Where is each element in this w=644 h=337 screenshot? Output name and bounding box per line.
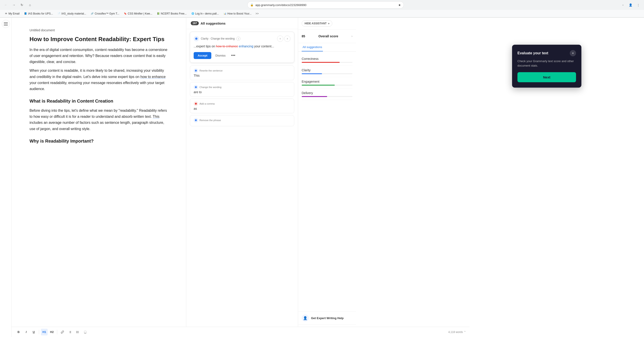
tab-all-label: All suggestions [302, 45, 322, 49]
reload-button[interactable]: ↻ [19, 2, 25, 8]
unordered-list-button[interactable] [74, 329, 81, 336]
svg-point-12 [76, 331, 77, 331]
metric-delivery-bar-fill [302, 96, 327, 97]
sli-type-3: Remove the phrase [194, 118, 290, 122]
bookmark-crossflex[interactable]: 🔗 Crossflex™ Gym T... [89, 12, 121, 16]
ordered-list-button[interactable] [67, 329, 73, 336]
expert-help-icon: 👤 [302, 315, 309, 322]
score-chevron-icon: › [352, 35, 352, 38]
sli-type-1: Change the wording [194, 85, 290, 89]
evaluate-next-button[interactable]: Next [518, 72, 576, 82]
right-panel-header: HIDE ASSISTANT » [298, 18, 356, 29]
hide-assistant-label: HIDE ASSISTANT [304, 22, 327, 25]
suggestion-text-after: your content... [253, 44, 274, 48]
tabs-row: All suggestions [298, 43, 356, 52]
svg-point-17 [195, 70, 197, 71]
document-title: Untitled document [30, 28, 55, 32]
back-button[interactable]: ← [3, 2, 9, 8]
metric-delivery-bar-bg [302, 96, 352, 97]
suggestions-list: Rewrite the sentence This Change the wor… [186, 65, 298, 337]
suggestions-panel: 167 All suggestions Clarity · Change the… [186, 18, 298, 337]
browser-menu-icon[interactable]: ⋮ [635, 2, 641, 8]
active-suggestion-card: Clarity · Change the wording i ‹ › ...ex… [190, 32, 294, 63]
expert-help-section[interactable]: 👤 Get Expert Writing Help [298, 312, 356, 324]
score-section: 85 Overall score › [298, 29, 356, 43]
sli-type-label-1: Change the wording [200, 86, 222, 88]
bookmark-ias-label: IAS Books for UPS... [28, 12, 53, 15]
suggestion-next-button[interactable]: › [284, 35, 290, 42]
suggestion-info-icon[interactable]: i [236, 37, 240, 41]
svg-rect-0 [4, 22, 8, 23]
bookmark-study-label: IAS_study material... [62, 12, 86, 15]
bookmark-ias[interactable]: 📘 IAS Books for UPS... [22, 12, 54, 16]
svg-point-16 [195, 37, 198, 40]
list-item[interactable]: Remove the phrase [190, 115, 294, 126]
browser-right-icons: ▫ 👤 ⋮ [620, 2, 641, 8]
bookmark-crossflex-label: Crossflex™ Gym T... [94, 12, 119, 15]
sli-icon-0 [194, 68, 198, 73]
sli-type-label-3: Remove the phrase [200, 119, 221, 122]
hide-assistant-button[interactable]: HIDE ASSISTANT » [302, 20, 332, 26]
profile-icon[interactable]: 👤 [628, 2, 634, 8]
bookmark-boost[interactable]: 📊 How to Boost Your... [222, 12, 253, 16]
score-row[interactable]: 85 Overall score › [302, 33, 352, 39]
svg-point-19 [195, 103, 197, 105]
metrics-list: Correctness Clarity Engagement Delivery [298, 52, 356, 312]
star-icon[interactable]: ★ [398, 3, 401, 7]
dismiss-button[interactable]: Dismiss [213, 52, 228, 59]
tab-all-suggestions[interactable]: All suggestions [302, 43, 323, 51]
sli-icon-3 [194, 118, 198, 122]
toolbar-divider-2 [57, 330, 57, 334]
suggestion-actions: Accept Dismiss ••• [194, 52, 290, 59]
sidebar [0, 18, 12, 337]
para2-after: your content readability, ensuring your … [30, 81, 164, 91]
browser-chrome: ← → ↻ ⌂ 🔒 app.grammarly.com/ddocs/223266… [0, 0, 644, 18]
forward-button[interactable]: → [11, 2, 17, 8]
bookmarks-more[interactable]: >> [254, 12, 260, 16]
more-options-button[interactable]: ••• [230, 52, 237, 59]
address-bar[interactable]: 🔒 app.grammarly.com/ddocs/2232668990 ★ [247, 1, 404, 8]
bold-button[interactable]: B [15, 329, 22, 336]
metric-clarity-label: Clarity [302, 68, 352, 72]
score-label: Overall score [318, 34, 338, 38]
evaluate-popup-title: Evaluate your text [518, 51, 548, 55]
bookmark-email-label: My Email [8, 12, 20, 15]
editor-content[interactable]: How to Improve Content Readability: Expe… [30, 35, 168, 145]
link-button[interactable] [59, 329, 66, 336]
bookmark-study[interactable]: 📄 IAS_study material... [56, 12, 88, 16]
sidebar-toggle-button[interactable] [2, 20, 10, 28]
suggestion-prev-button[interactable]: ‹ [277, 35, 283, 42]
suggestion-type-label: Clarity · Change the wording [201, 37, 234, 40]
sli-text-0: This [194, 74, 290, 77]
evaluate-popup-desc: Check your Grammarly text score and othe… [518, 59, 576, 68]
h1-button[interactable]: H1 [41, 329, 48, 336]
expert-help-label: Get Expert Writing Help [311, 317, 344, 320]
security-icon: 🔒 [250, 3, 254, 6]
svg-point-14 [76, 333, 77, 333]
suggestion-type-row: Clarity · Change the wording i [194, 36, 240, 41]
bookmark-study-favicon: 📄 [58, 12, 60, 15]
clear-format-button[interactable] [82, 329, 88, 336]
underline-button[interactable]: U [30, 329, 37, 336]
evaluate-close-button[interactable]: × [570, 50, 576, 56]
italic-button[interactable]: I [23, 329, 30, 336]
suggestions-header: 167 All suggestions [186, 18, 298, 29]
bookmark-login[interactable]: 🌐 Log In ‹ demo.pall... [190, 12, 221, 16]
bookmark-ncert[interactable]: 📗 NCERT Books Free... [155, 12, 188, 16]
suggestion-text: ...expert tips on how to enhance enhanci… [194, 44, 290, 49]
h2-button[interactable]: H2 [48, 329, 55, 336]
editor-area[interactable]: Untitled document How to Improve Content… [12, 18, 186, 337]
right-panel: HIDE ASSISTANT » 85 Overall score › All … [298, 18, 356, 337]
metric-delivery-label: Delivery [302, 91, 352, 95]
list-item[interactable]: Change the wording are to [190, 82, 294, 97]
list-item[interactable]: Add a comma as [190, 99, 294, 113]
accept-button[interactable]: Accept [194, 52, 211, 59]
suggestion-nav: ‹ › [277, 35, 290, 42]
bookmark-css[interactable]: 🔖 CSS Minifier | Kwe... [122, 12, 154, 16]
extensions-icon[interactable]: ▫ [620, 2, 626, 8]
evaluate-popup: Evaluate your text × Check your Grammarl… [512, 45, 582, 88]
list-item[interactable]: Rewrite the sentence This [190, 65, 294, 80]
bookmark-css-favicon: 🔖 [124, 12, 127, 15]
home-button[interactable]: ⌂ [27, 2, 33, 8]
bookmark-email[interactable]: ✉ My Email [3, 12, 21, 16]
